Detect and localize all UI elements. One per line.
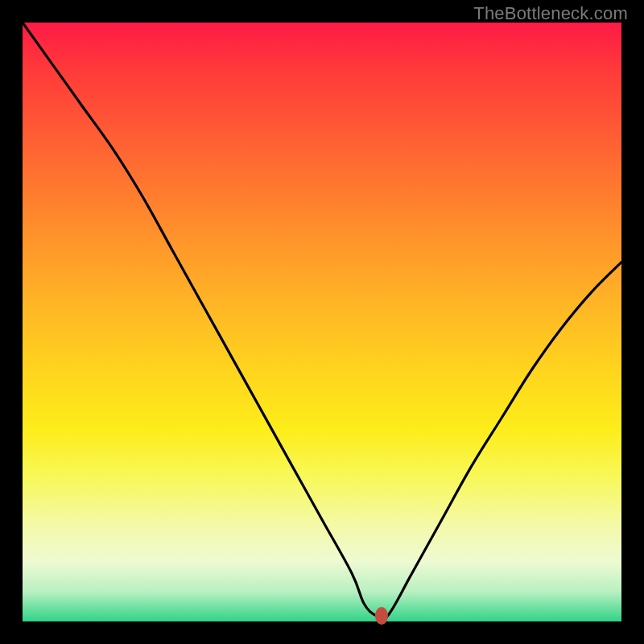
plot-area [23,23,621,621]
bottleneck-curve-path [23,23,621,619]
chart-frame: TheBottleneck.com [0,0,644,644]
curve-svg [23,23,621,621]
optimum-marker [375,607,388,625]
watermark-text: TheBottleneck.com [473,3,628,24]
